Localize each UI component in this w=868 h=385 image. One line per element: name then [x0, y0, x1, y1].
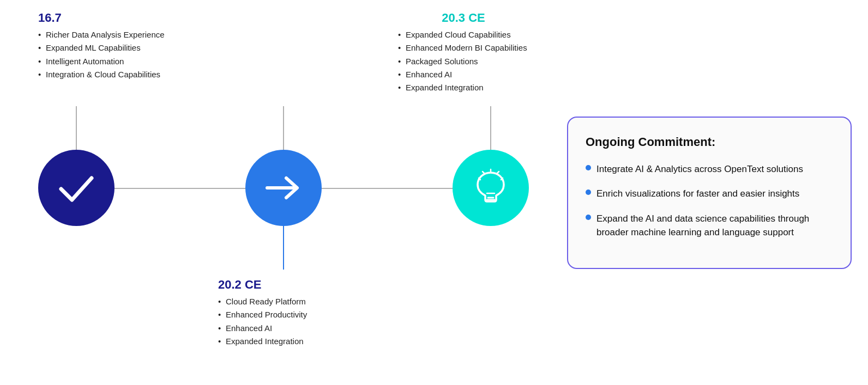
- bullet-item: Enhanced AI: [218, 323, 349, 334]
- svg-line-6: [483, 172, 484, 173]
- ongoing-dot-2: [586, 190, 591, 195]
- right-panel: Ongoing Commitment: Integrate AI & Analy…: [567, 117, 852, 269]
- ongoing-item-3: Expand the AI and data science capabilit…: [586, 212, 835, 240]
- bullet-item: Enhanced Modern BI Capabilities: [398, 42, 529, 53]
- svg-line-5: [497, 172, 499, 173]
- bullet-item: Cloud Ready Platform: [218, 296, 349, 307]
- ongoing-item-2: Enrich visualizations for faster and eas…: [586, 187, 835, 201]
- bullet-item: Packaged Solutions: [398, 56, 529, 67]
- above-labels: 16.7 Richer Data Analysis Experience Exp…: [38, 11, 529, 95]
- below-labels: 20.2 CE Cloud Ready Platform Enhanced Pr…: [38, 278, 529, 349]
- ongoing-text-1: Integrate AI & Analytics across OpenText…: [596, 162, 803, 176]
- timeline-section: 16.7 Richer Data Analysis Experience Exp…: [16, 11, 551, 374]
- label-block-203: 20.3 CE Expanded Cloud Capabilities Enha…: [398, 11, 529, 95]
- bullet-item: Enhanced Productivity: [218, 309, 349, 320]
- bullet-item: Intelligent Automation: [38, 56, 169, 67]
- version-title-202: 20.2 CE: [218, 278, 349, 292]
- version-title-167: 16.7: [38, 11, 169, 25]
- circle-167: [38, 150, 114, 226]
- connector-top-202: [283, 106, 284, 150]
- ongoing-text-2: Enrich visualizations for faster and eas…: [596, 187, 799, 201]
- circle-202: [245, 150, 322, 226]
- bullet-item: Expanded Integration: [398, 82, 529, 93]
- bullet-list-202: Cloud Ready Platform Enhanced Productivi…: [218, 296, 349, 347]
- checkmark-icon: [55, 166, 98, 210]
- ongoing-title: Ongoing Commitment:: [586, 135, 835, 149]
- bullet-item: Enhanced AI: [398, 69, 529, 80]
- label-block-202: 20.2 CE Cloud Ready Platform Enhanced Pr…: [218, 278, 349, 349]
- ongoing-dot-3: [586, 215, 591, 220]
- circles-row: [38, 150, 529, 226]
- arrow-icon: [262, 166, 305, 210]
- bullet-item: Expanded ML Capabilities: [38, 42, 169, 53]
- bullet-item: Richer Data Analysis Experience: [38, 29, 169, 40]
- connector-top-203: [490, 106, 491, 150]
- circle-203: [453, 150, 529, 226]
- bullet-item: Integration & Cloud Capabilities: [38, 69, 169, 80]
- bullet-item: Expanded Integration: [218, 336, 349, 347]
- connector-top-167: [76, 106, 77, 150]
- ongoing-text-3: Expand the AI and data science capabilit…: [596, 212, 835, 240]
- bullet-list-203: Expanded Cloud Capabilities Enhanced Mod…: [398, 29, 529, 93]
- label-block-167: 16.7 Richer Data Analysis Experience Exp…: [38, 11, 169, 82]
- ongoing-item-1: Integrate AI & Analytics across OpenText…: [586, 162, 835, 176]
- main-container: 16.7 Richer Data Analysis Experience Exp…: [0, 0, 868, 385]
- version-title-203: 20.3 CE: [398, 11, 529, 25]
- ongoing-dot-1: [586, 165, 591, 170]
- bullet-item: Expanded Cloud Capabilities: [398, 29, 529, 40]
- bullet-list-167: Richer Data Analysis Experience Expanded…: [38, 29, 169, 80]
- connector-bottom-202: [283, 226, 284, 270]
- bulb-icon: [469, 166, 513, 210]
